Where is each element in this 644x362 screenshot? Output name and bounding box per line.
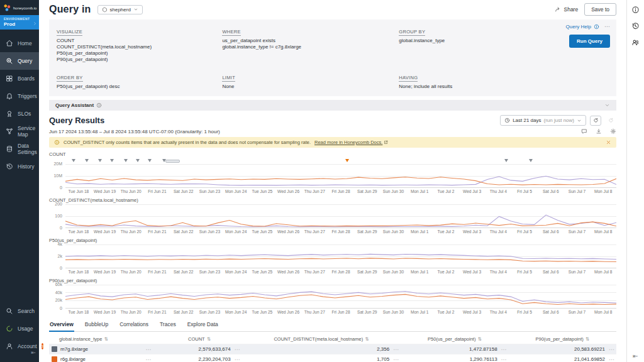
builder-clause[interactable]: us_per_datapoint exists — [222, 38, 399, 44]
gear-button[interactable] — [610, 128, 616, 134]
builder-clause[interactable]: None; include all results — [399, 84, 609, 90]
dataset-selector[interactable]: shepherd — [97, 5, 143, 14]
builder-clause[interactable]: P50(us_per_datapoint) desc — [57, 84, 222, 90]
more-menu-icon[interactable]: ⋯ — [604, 23, 610, 30]
refresh-icon — [593, 118, 599, 123]
cell-menu-icon[interactable]: ⋯ — [501, 356, 508, 362]
chart-marker[interactable] — [72, 159, 75, 164]
cell-menu-icon[interactable]: ⋯ — [393, 356, 399, 362]
sidebar-item-history[interactable]: History — [0, 158, 39, 175]
rail-info-button[interactable] — [631, 6, 640, 14]
x-tick-label: Sun Jun 30 — [380, 310, 407, 314]
builder-clause[interactable]: global.instance_type != c7g.8xlarge — [222, 44, 399, 50]
chart-marker[interactable] — [85, 159, 89, 164]
builder-section-label[interactable]: LIMIT — [222, 75, 235, 82]
close-icon[interactable] — [606, 140, 611, 145]
builder-section-label[interactable]: HAVING — [399, 75, 418, 82]
chart-marker[interactable] — [136, 159, 140, 164]
chart-canvas[interactable] — [65, 285, 616, 309]
builder-clause[interactable]: P90(us_per_datapoint) — [57, 57, 222, 63]
sidebar-collapse-icon[interactable]: ⇤ — [31, 349, 36, 356]
sort-icon[interactable]: ⇅ — [207, 336, 211, 342]
x-tick-label: Tue Jul 2 — [433, 310, 459, 314]
chart-canvas[interactable] — [65, 244, 616, 268]
query-builder: VISUALIZECOUNTCOUNT_DISTINCT(meta.local_… — [49, 19, 616, 96]
column-header-count[interactable]: COUNT⇅ — [157, 336, 242, 342]
builder-clause[interactable]: P50(us_per_datapoint) — [57, 50, 222, 57]
cell-menu-icon[interactable]: ⋯ — [393, 346, 399, 353]
docs-link[interactable]: Read more in Honeycomb Docs. — [314, 140, 388, 145]
honeycomb-logo[interactable]: honeycomb.io — [0, 0, 39, 15]
environment-switcher[interactable]: ENVIRONMENT Prod — [0, 15, 39, 30]
chart-marker[interactable] — [124, 159, 128, 164]
chart-marker[interactable] — [110, 159, 114, 164]
builder-clause[interactable]: COUNT — [57, 38, 222, 44]
chart-canvas[interactable] — [65, 204, 616, 228]
builder-section-label[interactable]: GROUP BY — [399, 29, 425, 36]
query-help-link[interactable]: Query Help ⋯ — [566, 23, 610, 30]
x-tick-label: Tue Jun 25 — [249, 270, 275, 274]
cell-menu-icon[interactable]: ⋯ — [235, 356, 241, 362]
cell-menu-icon[interactable]: ⋯ — [235, 346, 241, 353]
cell-menu-icon[interactable]: ⋯ — [609, 346, 615, 353]
chart-marker[interactable] — [148, 159, 152, 164]
clock-icon — [504, 118, 510, 123]
y-tick-label: 0 — [60, 185, 62, 190]
sidebar-item-query[interactable]: Query — [0, 52, 39, 70]
sort-icon[interactable]: ⇅ — [477, 336, 481, 342]
chart-canvas[interactable] — [65, 164, 616, 188]
comment-button[interactable] — [581, 128, 587, 134]
chart-marker-range[interactable] — [165, 160, 180, 163]
builder-clause[interactable]: None — [222, 84, 399, 90]
column-header-p90-us-per-datapoint[interactable]: P90(us_per_datapoint)⇅ — [509, 336, 616, 342]
table-row[interactable]: r6g.8xlarge⋯2,230,204,703⋯1,705⋯1,290.76… — [49, 354, 616, 362]
sidebar-item-slos[interactable]: SLOs — [0, 105, 39, 123]
rail-team-button[interactable] — [631, 38, 640, 47]
chart-x-axis: Tue Jun 18Wed Jun 19Thu Jun 20Fri Jun 21… — [65, 268, 616, 275]
share-button[interactable]: Share — [555, 6, 578, 13]
tab-explore-data[interactable]: Explore Data — [187, 319, 219, 331]
y-tick-label: 0 — [60, 226, 62, 230]
time-range-select[interactable]: Last 21 days (run just now) — [500, 115, 586, 126]
refresh-button[interactable] — [590, 116, 601, 126]
tab-overview[interactable]: Overview — [49, 319, 74, 332]
cell-menu-icon[interactable]: ⋯ — [609, 356, 615, 362]
tab-correlations[interactable]: Correlations — [119, 319, 149, 331]
chart-marker[interactable] — [98, 159, 102, 164]
sort-icon[interactable]: ⇅ — [104, 336, 108, 342]
sidebar-item-home[interactable]: Home — [0, 35, 39, 52]
sidebar-item-search[interactable]: Search — [0, 302, 39, 320]
rail-history-button[interactable] — [631, 22, 640, 30]
sidebar-item-data-settings[interactable]: Data Settings — [0, 140, 39, 158]
sidebar-item-boards[interactable]: Boards — [0, 70, 39, 87]
x-tick-label: Tue Jun 25 — [249, 310, 275, 314]
column-header-global-instance-type[interactable]: global.instance_type⇅ — [49, 336, 157, 342]
sort-icon[interactable]: ⇅ — [365, 336, 369, 342]
x-tick-label: Fri Jun 28 — [328, 270, 354, 274]
column-header-p50-us-per-datapoint[interactable]: P50(us_per_datapoint)⇅ — [401, 336, 508, 342]
cell-menu-icon[interactable]: ⋯ — [145, 356, 152, 362]
builder-section-label[interactable]: ORDER BY — [57, 75, 83, 82]
tab-bubbleup[interactable]: BubbleUp — [84, 319, 109, 331]
table-row[interactable]: m7g.8xlarge⋯2,579,633,674⋯2,356⋯1,472.87… — [49, 344, 616, 354]
chart-marker[interactable] — [504, 159, 508, 164]
cell-menu-icon[interactable]: ⋯ — [145, 346, 152, 353]
cell-menu-icon[interactable]: ⋯ — [501, 346, 508, 353]
builder-section-label[interactable]: VISUALIZE — [57, 29, 82, 36]
save-to-button[interactable]: Save to — [584, 3, 616, 16]
builder-clause[interactable]: COUNT_DISTINCT(meta.local_hostname) — [57, 44, 222, 50]
tab-traces[interactable]: Traces — [159, 319, 177, 331]
sidebar-item-usage[interactable]: Usage — [0, 320, 39, 337]
chart-marker[interactable] — [529, 159, 533, 164]
sidebar-item-triggers[interactable]: Triggers — [0, 87, 39, 105]
rail-collapse-icon[interactable]: ⇤ — [633, 353, 638, 359]
sidebar-item-service-map[interactable]: Service Map — [0, 123, 39, 140]
run-query-button[interactable]: Run Query — [569, 35, 610, 48]
builder-section-label[interactable]: WHERE — [222, 29, 240, 36]
download-button[interactable] — [596, 128, 602, 134]
chart-marker[interactable] — [345, 159, 349, 164]
sort-icon[interactable]: ⇅ — [586, 336, 589, 342]
chevron-down-icon[interactable] — [604, 102, 610, 108]
column-header-count-distinct-meta-local-hostname[interactable]: COUNT_DISTINCT(meta.local_hostname)⇅ — [242, 336, 401, 342]
query-assistant-bar[interactable]: Query Assistant — [49, 100, 616, 111]
